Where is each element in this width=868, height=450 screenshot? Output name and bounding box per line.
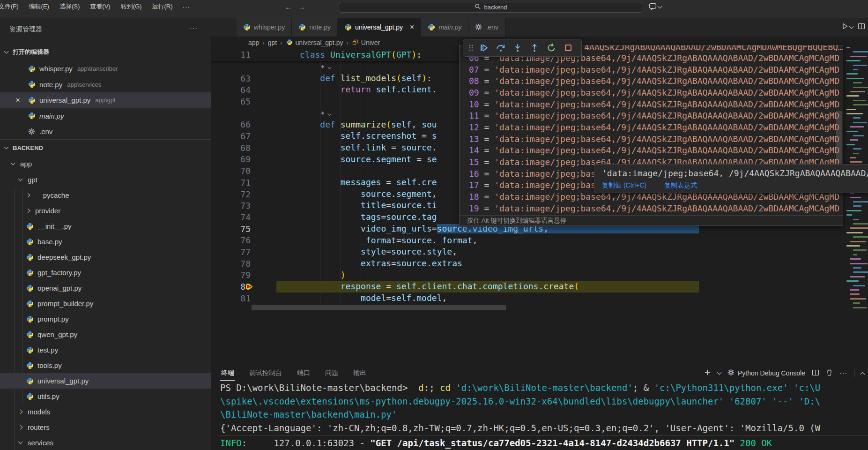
split-editor-icon[interactable]	[858, 22, 865, 32]
tab-.env[interactable]: .env	[468, 18, 505, 37]
navigate-back-icon[interactable]: ←	[285, 3, 292, 11]
tab-whisper.py[interactable]: whisper.py	[237, 18, 292, 37]
variable-row-10[interactable]: 10 = 'data:image/jpeg;base64,/9j/4AAQSkZ…	[460, 98, 843, 110]
variable-index: 19	[460, 203, 479, 213]
tree-item-provider[interactable]: provider	[0, 203, 211, 218]
panel-tab-问题[interactable]: 问题	[324, 366, 339, 380]
open-editor-item-.env[interactable]: .env	[0, 124, 211, 140]
step-over-icon[interactable]	[492, 40, 509, 55]
open-editor-item-universal_gpt.py[interactable]: ×universal_gpt.pyapp\gpt	[0, 92, 211, 108]
file-name: tools.py	[37, 361, 62, 369]
terminal-list-item-python-debug-console[interactable]: Python Debug Console	[727, 369, 805, 377]
open-editors-header[interactable]: 打开的编辑器	[0, 45, 211, 59]
menu-item[interactable]: 运行(R)	[147, 1, 178, 12]
menu-item[interactable]: 查看(V)	[85, 1, 115, 12]
open-editor-item-whisper.py[interactable]: whisper.pyapp\transcriber	[0, 61, 211, 77]
menu-item[interactable]: 选择(S)	[54, 1, 85, 12]
command-center-search[interactable]: backend	[339, 2, 643, 13]
code-line-79[interactable]: 79 )	[211, 270, 868, 281]
step-into-icon[interactable]	[509, 40, 526, 55]
horizontal-scrollbar[interactable]	[252, 305, 506, 310]
tree-item-utils.py[interactable]: utils.py	[0, 389, 211, 404]
line-number: 80	[211, 282, 274, 292]
tree-item-tools.py[interactable]: tools.py	[0, 358, 211, 373]
open-editor-item-note.py[interactable]: note.pyapp\services	[0, 77, 211, 93]
breadcrumb-item-app[interactable]: app	[248, 39, 259, 46]
navigate-forward-icon[interactable]: →	[298, 3, 305, 11]
tree-item-universal_gpt.py[interactable]: universal_gpt.py	[0, 373, 211, 389]
variable-row-13[interactable]: 13 = 'data:image/jpeg;base64,/9j/4AAQSkZ…	[460, 133, 843, 145]
variable-row-08[interactable]: 08 = 'data:image/jpeg;base64,/9j/4AAQSkZ…	[460, 75, 843, 87]
tree-item-__pycache__[interactable]: __pycache__	[0, 188, 211, 203]
tree-item-prompt_builder.py[interactable]: prompt_builder.py	[0, 296, 211, 311]
tree-item-gpt[interactable]: gpt	[0, 172, 211, 188]
tree-item-__init__.py[interactable]: __init__.py	[0, 218, 211, 234]
variable-row-19[interactable]: 19 = 'data:image/jpeg;base64,/9j/4AAQSkZ…	[460, 202, 843, 214]
tree-item-prompt.py[interactable]: prompt.py	[0, 311, 211, 327]
panel-tab-调试控制台[interactable]: 调试控制台	[248, 366, 283, 380]
code-line-77[interactable]: 77 style=source.style,	[211, 246, 868, 258]
equals: =	[479, 65, 495, 75]
sparkle-icon[interactable]: ✦	[320, 63, 325, 70]
tree-item-gpt_factory.py[interactable]: gpt_factory.py	[0, 265, 211, 280]
variable-row-14[interactable]: 14 = 'data:image/jpeg;base64,/9j/4AAQSkZ…	[460, 145, 843, 157]
breadcrumb-item-universal_gpt.py[interactable]: universal_gpt.py	[286, 38, 343, 47]
breadcrumb-item-gpt[interactable]: gpt	[268, 39, 277, 46]
more-actions-icon[interactable]: ···	[839, 369, 847, 377]
explorer-more-actions[interactable]: ···	[190, 24, 198, 32]
terminal-output[interactable]: PS D:\work\BiliNote-master\backend> d:; …	[220, 381, 868, 450]
code-line-78[interactable]: 78 extras=source.extras	[211, 258, 868, 270]
tab-universal_gpt.py[interactable]: universal_gpt.py×	[338, 18, 421, 37]
maximize-panel-icon[interactable]	[861, 372, 865, 376]
tree-item-test.py[interactable]: test.py	[0, 342, 211, 358]
tree-item-app[interactable]: app	[0, 156, 211, 172]
breadcrumb-label: Univer	[361, 39, 380, 46]
close-icon[interactable]: ×	[14, 96, 22, 105]
menu-item[interactable]: 转到(G)	[116, 1, 147, 12]
code-line-80[interactable]: 80 response = self.client.chat.completio…	[211, 281, 868, 292]
sparkle-icon[interactable]: ✦	[320, 110, 325, 117]
breadcrumb-item-Univer[interactable]: Univer	[352, 38, 380, 47]
file-name: note.py	[39, 81, 62, 89]
close-icon[interactable]: ×	[410, 23, 414, 31]
chat-button[interactable]	[649, 2, 661, 12]
panel-tab-输出[interactable]: 输出	[352, 366, 367, 380]
tree-item-routers[interactable]: routers	[0, 420, 211, 435]
kill-terminal-icon[interactable]	[826, 369, 833, 377]
tree-item-openai_gpt.py[interactable]: openai_gpt.py	[0, 280, 211, 296]
continue-icon[interactable]	[475, 40, 492, 55]
code-line-81[interactable]: 81 model=self.model,	[211, 292, 868, 304]
tree-item-services[interactable]: services	[0, 435, 211, 450]
variable-row-12[interactable]: 12 = 'data:image/jpeg;base64,/9j/4AAQSkZ…	[460, 121, 843, 133]
tab-note.py[interactable]: note.py	[292, 18, 338, 37]
variable-row-07[interactable]: 07 = 'data:image/jpeg;base64,/9j/4AAQSkZ…	[460, 64, 843, 75]
variable-row-11[interactable]: 11 = 'data:image/jpeg;base64,/9j/4AAQSkZ…	[460, 110, 843, 121]
tree-item-deepseek_gpt.py[interactable]: deepseek_gpt.py	[0, 249, 211, 265]
restart-icon[interactable]	[543, 40, 560, 55]
panel-tab-端口[interactable]: 端口	[296, 366, 311, 380]
minimap-line	[846, 95, 859, 97]
open-editor-item-main.py[interactable]: main.py	[0, 108, 211, 124]
tree-item-qwen_gpt.py[interactable]: qwen_gpt.py	[0, 327, 211, 342]
copy-expression-button[interactable]: 复制表达式	[664, 181, 697, 190]
variable-row-09[interactable]: 09 = 'data:image/jpeg;base64,/9j/4AAQSkZ…	[460, 87, 843, 98]
panel-tab-终端[interactable]: 终端	[220, 366, 235, 381]
code-line-76[interactable]: 76 _format=source._format,	[211, 235, 868, 247]
menu-item[interactable]: 文件(F)	[0, 1, 24, 12]
tree-item-models[interactable]: models	[0, 404, 211, 420]
chevron-down-icon[interactable]	[717, 370, 722, 375]
split-terminal-icon[interactable]	[812, 369, 819, 378]
project-root-header[interactable]: BACKEND	[0, 140, 211, 156]
tree-item-base.py[interactable]: base.py	[0, 234, 211, 249]
menu-item[interactable]: 编辑(E)	[24, 1, 54, 12]
copy-value-button[interactable]: 复制值 (Ctrl+C)	[602, 181, 646, 190]
python-file-icon	[26, 346, 34, 354]
menu-more-icon[interactable]: ···	[178, 3, 194, 10]
gear-icon	[28, 128, 36, 135]
debug-stackframe-breakpoint-icon	[245, 282, 254, 293]
stop-icon[interactable]	[560, 40, 577, 55]
new-terminal-icon[interactable]	[704, 369, 711, 377]
step-out-icon[interactable]	[526, 40, 543, 55]
run-python-file-button[interactable]	[841, 22, 853, 32]
tab-main.py[interactable]: main.py	[421, 18, 468, 37]
